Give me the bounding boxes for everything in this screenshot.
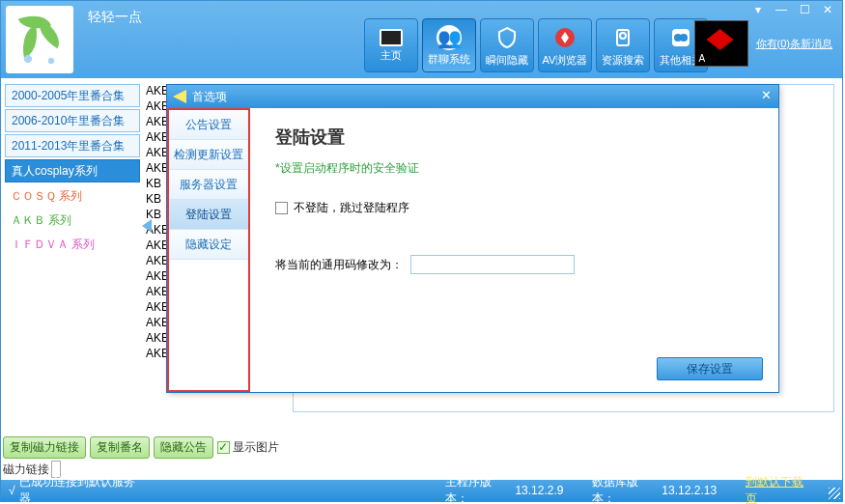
check-icon: √ bbox=[9, 484, 15, 497]
av-icon bbox=[551, 24, 578, 51]
dialog-nav: 公告设置 检测更新设置 服务器设置 登陆设置 隐藏设定 bbox=[167, 108, 250, 392]
dialog-close-button[interactable]: ✕ bbox=[757, 88, 775, 103]
content-heading: 登陆设置 bbox=[275, 126, 753, 149]
toolbar-home[interactable]: 主页 bbox=[364, 18, 418, 72]
titlebar: 轻轻一点 主页 👥 群聊系统 瞬间隐藏 AV浏览器 资源搜索 bbox=[1, 1, 842, 78]
window-close[interactable]: ✕ bbox=[817, 3, 838, 18]
copy-name-button[interactable]: 复制番名 bbox=[90, 436, 150, 459]
header-right: 你有(0)条新消息 bbox=[694, 20, 832, 67]
bottom-buttons: 复制磁力链接 复制番名 隐藏公告 显示图片 bbox=[3, 436, 279, 459]
svg-point-2 bbox=[620, 33, 626, 39]
content-note: 设置启动程序时的安全验证 bbox=[275, 160, 753, 177]
main-version: 13.12.2.9 bbox=[515, 484, 563, 497]
shield-icon bbox=[493, 24, 521, 51]
skip-login-row[interactable]: 不登陆，跳过登陆程序 bbox=[275, 200, 753, 216]
sidebar-item-cosplay[interactable]: 真人cosplay系列 bbox=[5, 159, 140, 182]
sidebar-sub-cosq[interactable]: ＣＯＳＱ 系列 bbox=[5, 184, 140, 209]
passcode-row: 将当前的通用码修改为： bbox=[275, 255, 753, 274]
app-title: 轻轻一点 bbox=[78, 1, 152, 78]
db-version: 13.12.2.13 bbox=[662, 484, 717, 497]
window-dropdown[interactable]: ▾ bbox=[747, 3, 769, 18]
toolbar-label: 群聊系统 bbox=[428, 52, 470, 67]
dialog-title: 首选项 bbox=[192, 89, 227, 105]
nav-hide-settings[interactable]: 隐藏设定 bbox=[169, 230, 248, 260]
toolbar-label: 瞬间隐藏 bbox=[486, 53, 528, 68]
nav-server-settings[interactable]: 服务器设置 bbox=[169, 170, 248, 200]
copy-magnet-button[interactable]: 复制磁力链接 bbox=[3, 436, 86, 459]
ad-image[interactable] bbox=[694, 20, 748, 67]
sidebar: 2000-2005年里番合集 2006-2010年里番合集 2011-2013年… bbox=[5, 84, 140, 257]
toolbar-group-chat[interactable]: 👥 群聊系统 bbox=[422, 18, 476, 72]
show-image-label: 显示图片 bbox=[233, 439, 279, 456]
sidebar-item-2000-2005[interactable]: 2000-2005年里番合集 bbox=[5, 84, 140, 107]
resize-grip-icon[interactable] bbox=[829, 488, 840, 499]
passcode-input[interactable] bbox=[410, 255, 575, 274]
back-arrow-icon[interactable] bbox=[173, 90, 186, 103]
sidebar-sub-akb[interactable]: ＡＫＢ 系列 bbox=[5, 209, 140, 233]
svg-point-5 bbox=[680, 34, 688, 42]
status-connected: 已成功连接到默认服务器 bbox=[19, 474, 147, 504]
main-toolbar: 主页 👥 群聊系统 瞬间隐藏 AV浏览器 资源搜索 其他相关 bbox=[364, 18, 708, 78]
status-bar: √ 已成功连接到默认服务器 主程序版本： 13.12.2.9 数据库版本： 13… bbox=[1, 480, 842, 501]
toolbar-resource-search[interactable]: 资源搜索 bbox=[596, 18, 650, 72]
other-icon bbox=[667, 24, 694, 51]
sidebar-sub-ifdva[interactable]: ＩＦＤＶＡ 系列 bbox=[5, 233, 140, 257]
main-window: 轻轻一点 主页 👥 群聊系统 瞬间隐藏 AV浏览器 资源搜索 bbox=[0, 0, 843, 502]
toolbar-label: AV浏览器 bbox=[543, 53, 588, 68]
dialog-titlebar: 首选项 ✕ bbox=[167, 85, 778, 108]
toolbar-av-browser[interactable]: AV浏览器 bbox=[538, 18, 592, 72]
dialog-footer: 保存设置 bbox=[657, 357, 763, 380]
app-logo bbox=[6, 6, 73, 73]
hide-notice-button[interactable]: 隐藏公告 bbox=[154, 436, 213, 459]
skip-login-label: 不登陆，跳过登陆程序 bbox=[294, 200, 409, 216]
db-version-label: 数据库版本： bbox=[592, 474, 662, 504]
group-icon: 👥 bbox=[437, 25, 462, 50]
nav-login-settings[interactable]: 登陆设置 bbox=[169, 200, 248, 230]
save-settings-button[interactable]: 保存设置 bbox=[657, 357, 763, 380]
main-version-label: 主程序版本： bbox=[445, 474, 515, 504]
dialog-body: 公告设置 检测更新设置 服务器设置 登陆设置 隐藏设定 登陆设置 设置启动程序时… bbox=[167, 108, 778, 392]
default-download-link[interactable]: 到默认下载页 bbox=[746, 474, 815, 504]
toolbar-instant-hide[interactable]: 瞬间隐藏 bbox=[480, 18, 534, 72]
skip-login-checkbox[interactable] bbox=[275, 202, 288, 214]
checkbox-checked-icon[interactable] bbox=[217, 441, 230, 454]
dialog-content: 登陆设置 设置启动程序时的安全验证 不登陆，跳过登陆程序 将当前的通用码修改为：… bbox=[250, 108, 778, 392]
search-icon bbox=[609, 24, 636, 51]
preferences-dialog: 首选项 ✕ 公告设置 检测更新设置 服务器设置 登陆设置 隐藏设定 登陆设置 设… bbox=[166, 84, 779, 393]
toolbar-label: 主页 bbox=[380, 48, 402, 63]
new-messages-link[interactable]: 你有(0)条新消息 bbox=[756, 37, 832, 51]
monitor-icon bbox=[380, 29, 403, 46]
window-maximize[interactable]: ☐ bbox=[794, 3, 815, 18]
sidebar-item-2006-2010[interactable]: 2006-2010年里番合集 bbox=[5, 109, 140, 132]
passcode-label: 将当前的通用码修改为： bbox=[275, 257, 403, 273]
toolbar-label: 资源搜索 bbox=[602, 53, 644, 68]
window-controls: ▾ — ☐ ✕ bbox=[747, 3, 838, 18]
nav-update-settings[interactable]: 检测更新设置 bbox=[169, 140, 248, 170]
sidebar-item-2011-2013[interactable]: 2011-2013年里番合集 bbox=[5, 134, 140, 157]
nav-notice-settings[interactable]: 公告设置 bbox=[169, 110, 248, 140]
show-image-checkbox-wrap[interactable]: 显示图片 bbox=[217, 439, 279, 456]
window-minimize[interactable]: — bbox=[771, 3, 792, 18]
